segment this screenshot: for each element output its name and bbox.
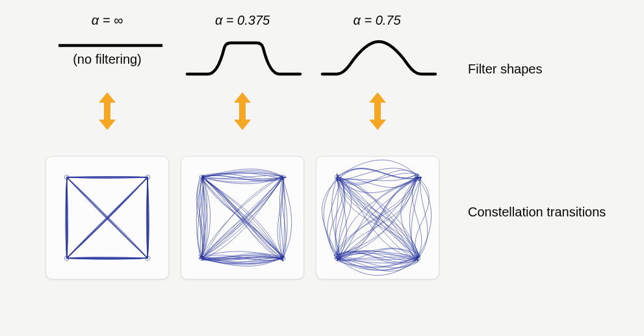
double-arrow-2	[231, 91, 253, 131]
filter-shape-2	[182, 34, 305, 79]
filter-shape-3	[317, 34, 441, 79]
row-label-filters: Filter shapes	[468, 62, 543, 77]
constellation-3	[316, 156, 439, 279]
alpha-label-1: α = ∞	[55, 13, 159, 28]
constellation-1	[45, 156, 169, 279]
alpha-label-2: α = 0.375	[190, 13, 294, 28]
filter-sublabel-1: (no filtering)	[49, 52, 166, 67]
constellation-2	[181, 156, 304, 279]
double-arrow-1	[96, 91, 118, 131]
double-arrow-3	[367, 91, 389, 131]
alpha-label-3: α = 0.75	[325, 13, 429, 28]
row-label-constellations: Constellation transitions	[468, 205, 606, 220]
